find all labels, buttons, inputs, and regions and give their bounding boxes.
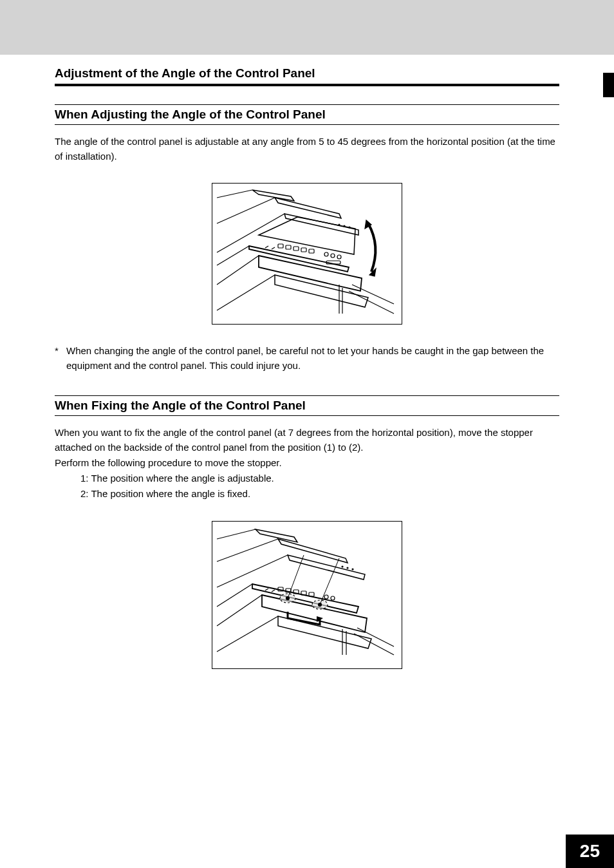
svg-rect-13 [293, 247, 299, 250]
page-content: Adjustment of the Angle of the Control P… [0, 66, 614, 669]
svg-point-41 [331, 596, 335, 600]
svg-line-3 [217, 246, 249, 265]
svg-rect-12 [286, 245, 291, 249]
svg-line-33 [265, 589, 268, 590]
svg-point-16 [324, 252, 328, 256]
svg-line-1 [217, 198, 275, 223]
svg-line-34 [272, 590, 275, 592]
svg-point-6 [339, 224, 340, 225]
svg-rect-15 [309, 249, 314, 253]
svg-line-26 [217, 555, 288, 587]
svg-line-4 [217, 256, 259, 285]
svg-rect-14 [301, 248, 306, 252]
svg-point-7 [344, 225, 345, 227]
section1-note: * When changing the angle of the control… [55, 344, 559, 373]
svg-point-40 [324, 595, 328, 599]
svg-point-8 [349, 227, 350, 228]
header-band [0, 0, 614, 55]
page-title: Adjustment of the Angle of the Control P… [55, 66, 559, 86]
svg-point-18 [337, 255, 341, 259]
svg-rect-11 [278, 244, 283, 248]
svg-line-24 [217, 529, 256, 539]
figure1-box [212, 183, 402, 325]
section2-body2: Perform the following procedure to move … [55, 456, 559, 471]
svg-line-23 [352, 285, 394, 304]
svg-point-17 [331, 254, 335, 258]
section2-list1: 1: The position where the angle is adjus… [80, 471, 559, 486]
section1-heading: When Adjusting the Angle of the Control … [55, 104, 559, 125]
svg-point-32 [352, 569, 353, 570]
section1-body: The angle of the control panel is adjust… [55, 135, 559, 164]
figure2-box [212, 521, 402, 669]
section2-list2: 2: The position where the angle is fixed… [80, 486, 559, 502]
svg-line-9 [265, 246, 268, 248]
svg-point-30 [342, 566, 343, 567]
section2-heading: When Fixing the Angle of the Control Pan… [55, 395, 559, 416]
note-marker: * [55, 344, 66, 373]
svg-line-10 [272, 247, 275, 249]
svg-line-44 [354, 634, 394, 655]
section2-body1: When you want to fix the angle of the co… [55, 426, 559, 455]
control-panel-fix-illustration-icon [214, 523, 400, 665]
figure2-container [55, 521, 559, 669]
svg-line-0 [217, 190, 252, 198]
section-tab [603, 73, 614, 97]
note-body: When changing the angle of the control p… [66, 344, 559, 373]
figure1-container [55, 183, 559, 325]
svg-line-5 [217, 275, 275, 310]
page-number: 25 [566, 835, 614, 868]
svg-line-25 [217, 539, 278, 561]
svg-line-29 [217, 616, 278, 652]
svg-line-27 [217, 584, 252, 607]
svg-line-28 [217, 595, 262, 626]
svg-line-22 [349, 291, 394, 314]
control-panel-angle-illustration-icon [214, 185, 400, 320]
svg-point-31 [347, 567, 348, 569]
